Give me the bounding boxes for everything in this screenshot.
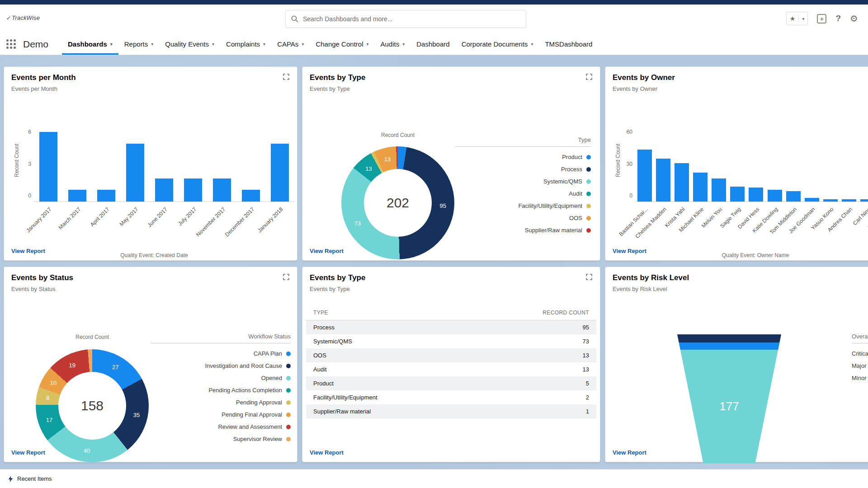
- nav-tab-reports[interactable]: Reports▾: [118, 33, 160, 55]
- funnel-segment: [677, 343, 781, 350]
- tab-label: Change Control: [316, 40, 363, 48]
- x-axis-title: Quality Event: Owner Name: [609, 252, 868, 258]
- legend-title: Overall: [852, 333, 868, 343]
- legend-dot: [586, 167, 591, 172]
- y-tick-label: 0: [629, 192, 632, 199]
- legend-item: OOS: [455, 212, 591, 224]
- legend-label: Audit: [569, 190, 582, 197]
- legend-item: Pending Final Approval: [151, 408, 291, 421]
- view-report-link[interactable]: View Report: [613, 248, 646, 254]
- app-launcher-icon[interactable]: [6, 39, 16, 49]
- cell-record-count: 95: [583, 324, 589, 331]
- bar: [155, 178, 174, 202]
- bar-slot: [840, 132, 859, 202]
- nav-tab-dashboards[interactable]: Dashboards▾: [62, 33, 118, 55]
- bar-slot: [765, 132, 784, 202]
- recent-items-bar[interactable]: Recent Items: [0, 469, 868, 488]
- expand-button[interactable]: [283, 273, 291, 282]
- tab-label: Reports: [124, 40, 148, 48]
- legend-item: Minor: [852, 372, 868, 384]
- nav-tab-capas[interactable]: CAPAs▾: [271, 33, 310, 55]
- expand-button[interactable]: [585, 273, 594, 282]
- donut-chart-events-by-status: Record Count1582735401781019Workflow Sta…: [8, 321, 301, 469]
- legend-title: Type: [455, 136, 591, 147]
- global-header: ✓ TrackWise ★ ▾ + ? ⚙: [0, 5, 868, 33]
- nav-tab-quality-events[interactable]: Quality Events▾: [159, 33, 220, 55]
- legend-dot: [586, 179, 591, 184]
- cell-record-count: 5: [586, 380, 589, 387]
- legend-item: Pending Actions Completion: [151, 384, 291, 396]
- segment-value-label: 19: [69, 362, 75, 369]
- view-report-link[interactable]: View Report: [11, 248, 45, 254]
- legend-label: Facility/Utility/Equipment: [518, 202, 582, 209]
- card-header: Events by Risk Level Events by Risk Leve…: [605, 267, 868, 292]
- view-report-link[interactable]: View Report: [11, 449, 45, 456]
- card-title: Events by Status: [11, 273, 290, 282]
- donut-hole: 202: [364, 169, 432, 237]
- chevron-down-icon: ▾: [402, 42, 405, 47]
- card-header: Events per Month Events per Month: [4, 67, 297, 92]
- expand-button[interactable]: [585, 73, 594, 81]
- legend-item: Supervisor Review: [151, 433, 291, 445]
- expand-icon: [585, 73, 593, 80]
- app-name: Demo: [23, 39, 48, 50]
- cell-record-count: 73: [583, 338, 589, 345]
- x-label-slot: May 2017: [121, 204, 150, 249]
- card-events-by-owner: Events by Owner Events by Owner Record C…: [605, 66, 868, 261]
- bar-slot: [34, 132, 63, 202]
- legend-label: Minor: [852, 375, 867, 381]
- help-icon[interactable]: ?: [835, 14, 841, 23]
- setup-gear-icon[interactable]: ⚙: [850, 13, 858, 24]
- legend-label: Major: [852, 362, 867, 369]
- legend-dot: [286, 425, 291, 429]
- x-label-slot: Andrea Chan: [840, 204, 859, 249]
- legend-dot: [586, 204, 591, 208]
- donut-hole: 158: [58, 372, 126, 440]
- chevron-down-icon: ▾: [802, 16, 804, 21]
- nav-tab-audits[interactable]: Audits▾: [375, 33, 411, 55]
- nav-tab-tmsdashboard[interactable]: TMSDashboard: [539, 33, 598, 55]
- bar: [271, 144, 289, 202]
- nav-tab-corporate-documents[interactable]: Corporate Documents▾: [456, 33, 539, 55]
- nav-tab-dashboard[interactable]: Dashboard: [410, 33, 455, 55]
- funnel-chart: 177: [677, 334, 781, 463]
- expand-button[interactable]: [283, 73, 291, 81]
- nav-tab-complaints[interactable]: Complaints▾: [220, 33, 271, 55]
- cell-record-count: 13: [583, 366, 589, 373]
- bar-slot: [728, 132, 747, 202]
- bar: [184, 178, 203, 202]
- expand-icon: [585, 273, 593, 281]
- view-report-link[interactable]: View Report: [613, 449, 646, 456]
- tab-label: Dashboards: [68, 40, 107, 48]
- legend-item: Pending Approval: [151, 396, 291, 408]
- card-header: Events by Owner Events by Owner: [605, 67, 868, 92]
- column-header-record-count: RECORD COUNT: [542, 310, 589, 316]
- legend-item: Product: [455, 151, 591, 163]
- segment-value-label: 95: [440, 202, 446, 209]
- chevron-down-icon: ▾: [263, 42, 265, 47]
- view-report-link[interactable]: View Report: [310, 449, 344, 456]
- search-input[interactable]: [303, 15, 520, 23]
- donut-chart: 1582735401781019: [36, 349, 149, 462]
- table-row: Product5: [306, 376, 596, 390]
- column-header-type: TYPE: [313, 310, 328, 316]
- bar-slot: [859, 132, 868, 202]
- legend-item: Review and Assessment: [151, 421, 291, 433]
- bar: [68, 190, 87, 202]
- header-icons: ★ ▾ + ? ⚙: [786, 12, 858, 25]
- favorites-button[interactable]: ★ ▾: [786, 12, 808, 25]
- chart-legend: TypeProductProcessSystemic/QMSAuditFacil…: [455, 136, 591, 236]
- legend-item: CAPA Plan: [151, 347, 291, 360]
- legend-item: Investigation and Root Cause: [151, 360, 291, 372]
- view-report-link[interactable]: View Report: [310, 248, 344, 254]
- bar-slot: [710, 132, 728, 202]
- bar-slot: [654, 132, 672, 202]
- card-title: Events by Owner: [613, 73, 868, 82]
- nav-tab-change-control[interactable]: Change Control▾: [310, 33, 374, 55]
- add-button[interactable]: +: [817, 14, 826, 23]
- card-events-by-status: Events by Status Events by Status Record…: [4, 267, 297, 462]
- bar-slot: [672, 132, 691, 202]
- donut-chart: 20295731313: [341, 146, 454, 259]
- x-tick-label: May 2017: [118, 206, 140, 227]
- bar-slot: [179, 132, 208, 202]
